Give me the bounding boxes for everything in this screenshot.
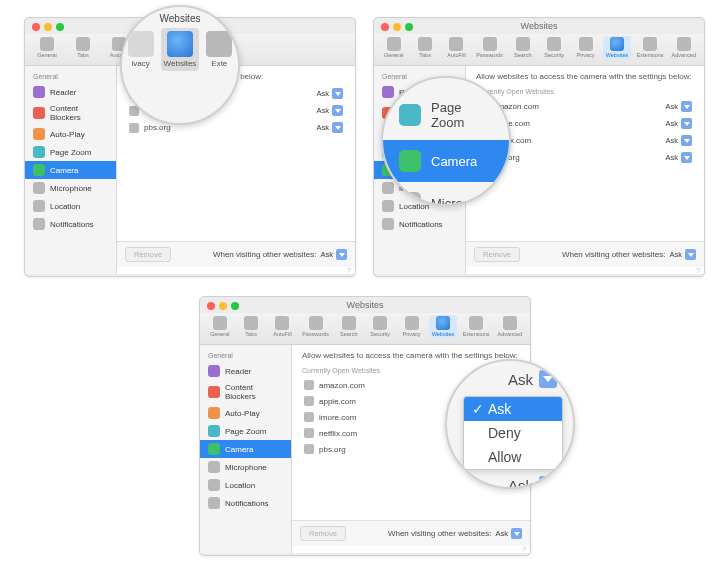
sidebar-item-reader[interactable]: Reader <box>25 83 116 101</box>
minimize-window-icon[interactable] <box>44 23 52 31</box>
chevron-down-icon <box>511 528 522 539</box>
tab-general[interactable]: General <box>380 36 407 59</box>
tab-websites[interactable]: Websites <box>603 36 630 59</box>
menu-item-ask[interactable]: ✓Ask <box>464 397 562 421</box>
tab-advanced[interactable]: Advanced <box>670 36 698 59</box>
tab-tabs[interactable]: Tabs <box>237 315 264 338</box>
camera-icon <box>208 443 220 455</box>
table-row[interactable]: amazon.comAsk <box>472 98 698 115</box>
permission-select[interactable]: Ask <box>316 105 343 116</box>
tab-tabs[interactable]: Tabs <box>411 36 438 59</box>
location-icon <box>33 200 45 212</box>
tab-tabs[interactable]: Tabs <box>67 36 99 59</box>
tab-security[interactable]: Security <box>366 315 393 338</box>
sidebar-item-content-blockers[interactable]: Content Blockers <box>25 101 116 125</box>
minimize-window-icon[interactable] <box>219 302 227 310</box>
tab-autofill[interactable]: AutoFill <box>269 315 296 338</box>
menu-item-deny[interactable]: Deny <box>464 421 562 445</box>
tab-search[interactable]: Search <box>335 315 362 338</box>
tab-search[interactable]: Search <box>509 36 536 59</box>
zoom-icon <box>208 425 220 437</box>
sidebar-item-auto-play[interactable]: Auto-Play <box>200 404 291 422</box>
permission-select[interactable]: Ask <box>665 118 692 129</box>
tab-general[interactable]: General <box>206 315 233 338</box>
sidebar-item-camera[interactable]: Camera <box>25 161 116 179</box>
sidebar: General Reader Content Blockers Auto-Pla… <box>200 345 292 553</box>
tab-privacy[interactable]: Privacy <box>398 315 425 338</box>
close-window-icon[interactable] <box>32 23 40 31</box>
mic-icon <box>382 182 394 194</box>
chevron-down-icon <box>685 249 696 260</box>
mic-icon <box>33 182 45 194</box>
footer: Remove When visiting other websites: Ask <box>292 520 530 546</box>
tab-websites[interactable]: Websites <box>429 315 456 338</box>
mag-tab-privacy[interactable]: ivacy <box>122 28 159 71</box>
tab-security[interactable]: Security <box>540 36 567 59</box>
sidebar-item-camera[interactable]: Camera <box>200 440 291 458</box>
sidebar-item-microphone[interactable]: Microphone <box>25 179 116 197</box>
sidebar-item-page-zoom[interactable]: Page Zoom <box>200 422 291 440</box>
resize-handle-icon[interactable]: ? <box>292 546 530 553</box>
remove-button[interactable]: Remove <box>300 526 346 541</box>
remove-button[interactable]: Remove <box>125 247 171 262</box>
mag-sidebar-camera[interactable]: Camera <box>383 140 509 182</box>
permission-select[interactable]: Ask <box>665 135 692 146</box>
sidebar-item-notifications[interactable]: Notifications <box>25 215 116 233</box>
favicon-icon <box>304 428 314 438</box>
puzzle-icon <box>469 316 483 330</box>
search-icon <box>516 37 530 51</box>
mag-tab-websites[interactable]: Websites <box>161 28 198 71</box>
sidebar-item-location[interactable]: Location <box>25 197 116 215</box>
permission-select[interactable]: Ask <box>316 88 343 99</box>
sidebar-item-location[interactable]: Location <box>200 476 291 494</box>
remove-button[interactable]: Remove <box>474 247 520 262</box>
sidebar-item-page-zoom[interactable]: Page Zoom <box>25 143 116 161</box>
sidebar-item-notifications[interactable]: Notifications <box>200 494 291 512</box>
permission-select[interactable]: Ask <box>665 152 692 163</box>
mag-sidebar-page-zoom[interactable]: Page Zoom <box>383 90 509 140</box>
sidebar-item-content-blockers[interactable]: Content Blockers <box>200 380 291 404</box>
menu-item-allow[interactable]: Allow <box>464 445 562 469</box>
zoom-window-icon[interactable] <box>231 302 239 310</box>
resize-handle-icon[interactable]: ? <box>466 267 704 274</box>
favicon-icon <box>304 380 314 390</box>
footer-label: When visiting other websites: <box>213 250 317 259</box>
close-window-icon[interactable] <box>381 23 389 31</box>
tab-extensions[interactable]: Extensions <box>635 36 666 59</box>
sidebar-item-reader[interactable]: Reader <box>200 362 291 380</box>
zoom-window-icon[interactable] <box>405 23 413 31</box>
key-icon <box>309 316 323 330</box>
footer: Remove When visiting other websites: Ask <box>117 241 355 267</box>
puzzle-icon <box>206 31 232 57</box>
location-icon <box>382 200 394 212</box>
globe-icon <box>436 316 450 330</box>
sidebar-item-microphone[interactable]: Microphone <box>200 458 291 476</box>
tab-privacy[interactable]: Privacy <box>572 36 599 59</box>
tab-passwords[interactable]: Passwords <box>474 36 505 59</box>
prefs-toolbar: General Tabs AutoFill Passwords Search S… <box>200 313 530 345</box>
tab-general[interactable]: General <box>31 36 63 59</box>
sidebar-item-notifications[interactable]: Notifications <box>374 215 465 233</box>
tab-autofill[interactable]: AutoFill <box>443 36 470 59</box>
tab-passwords[interactable]: Passwords <box>300 315 331 338</box>
default-permission-select[interactable]: Ask <box>320 249 347 260</box>
tab-extensions[interactable]: Extensions <box>461 315 492 338</box>
permission-select[interactable]: Ask <box>316 122 343 133</box>
minimize-window-icon[interactable] <box>393 23 401 31</box>
default-permission-select[interactable]: Ask <box>669 249 696 260</box>
chevron-down-icon <box>539 476 557 489</box>
tab-advanced[interactable]: Advanced <box>496 315 524 338</box>
table-row[interactable]: pbs.orgAsk <box>123 119 349 136</box>
chevron-down-icon <box>539 370 557 388</box>
resize-handle-icon[interactable]: ? <box>117 267 355 274</box>
permission-menu: ✓Ask Deny Allow <box>463 396 563 470</box>
autofill-icon <box>449 37 463 51</box>
gear-icon <box>387 37 401 51</box>
default-permission-select[interactable]: Ask <box>495 528 522 539</box>
close-window-icon[interactable] <box>207 302 215 310</box>
footer: Remove When visiting other websites: Ask <box>466 241 704 267</box>
permission-select[interactable]: Ask <box>665 101 692 112</box>
sidebar-item-auto-play[interactable]: Auto-Play <box>25 125 116 143</box>
zoom-window-icon[interactable] <box>56 23 64 31</box>
hand-icon <box>128 31 154 57</box>
